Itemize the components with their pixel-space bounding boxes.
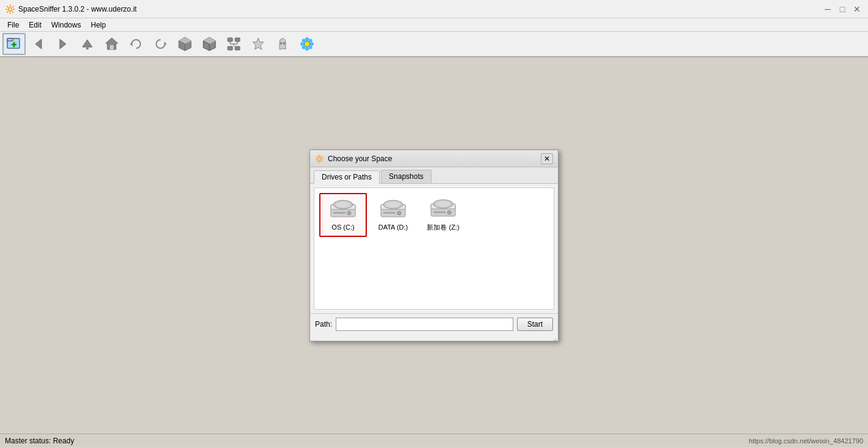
menu-windows[interactable]: Windows	[46, 20, 86, 31]
title-bar-left: 🔆 SpaceSniffer 1.3.0.2 - www.uderzo.it	[5, 4, 137, 14]
svg-point-39	[309, 46, 313, 49]
drive-item-d[interactable]: DATA (D:)	[369, 193, 417, 237]
dialog-close-button[interactable]: ✕	[541, 153, 553, 164]
status-right-text: https://blog.csdn.net/weixin_48421790	[749, 437, 863, 445]
svg-point-33	[305, 47, 309, 51]
svg-point-34	[300, 42, 304, 46]
drive-icon-d	[380, 199, 407, 221]
path-input[interactable]	[336, 318, 513, 331]
drive-label-d: DATA (D:)	[378, 223, 408, 231]
close-button[interactable]: ✕	[851, 3, 863, 15]
svg-point-29	[280, 42, 283, 45]
title-bar-controls: ─ □ ✕	[822, 3, 863, 15]
svg-marker-28	[253, 38, 264, 49]
svg-marker-5	[60, 39, 66, 49]
svg-rect-52	[383, 212, 396, 214]
svg-rect-9	[110, 45, 114, 49]
drive-item-c[interactable]: OS (C:)	[319, 193, 367, 237]
bookmark-button[interactable]	[247, 33, 270, 55]
drive-icon-c	[330, 199, 356, 221]
new-tab-button[interactable]	[2, 33, 26, 55]
minimize-button[interactable]: ─	[822, 3, 834, 15]
dialog-title-bar: 🔆 Choose your Space ✕	[310, 150, 558, 167]
svg-rect-46	[333, 212, 345, 214]
svg-point-51	[397, 211, 401, 215]
svg-rect-20	[228, 38, 233, 42]
up-button[interactable]	[76, 33, 99, 55]
menu-help[interactable]: Help	[86, 20, 111, 31]
svg-rect-7	[86, 46, 89, 49]
start-button[interactable]: Start	[517, 318, 553, 331]
svg-point-40	[305, 42, 309, 46]
svg-marker-11	[164, 42, 167, 46]
svg-rect-23	[235, 46, 240, 50]
drive-label-c: OS (C:)	[331, 223, 354, 231]
settings-button[interactable]	[295, 33, 319, 55]
refresh-button[interactable]	[125, 33, 148, 55]
path-label: Path:	[315, 320, 332, 329]
status-text: Master status: Ready	[5, 437, 74, 445]
drive-icon-z	[430, 198, 457, 220]
svg-rect-1	[7, 38, 13, 41]
menu-file[interactable]: File	[2, 20, 24, 31]
path-area: Path: Start	[310, 313, 558, 335]
maximize-button[interactable]: □	[836, 3, 848, 15]
filter1-button[interactable]	[173, 33, 197, 55]
dialog-overlay: 🔆 Choose your Space ✕ Drives or Paths Sn…	[0, 57, 868, 434]
menu-edit[interactable]: Edit	[24, 20, 46, 31]
forward-button[interactable]	[51, 33, 74, 55]
svg-rect-22	[228, 46, 233, 50]
svg-point-37	[309, 39, 313, 43]
drive-label-z: 新加卷 (Z:)	[427, 223, 459, 232]
svg-marker-4	[35, 39, 42, 49]
main-area: 🔆 Choose your Space ✕ Drives or Paths Sn…	[0, 57, 868, 434]
app-title: SpaceSniffer 1.3.0.2 - www.uderzo.it	[18, 5, 137, 13]
dialog-title: Choose your Space	[328, 154, 392, 163]
svg-rect-58	[433, 211, 446, 213]
dialog-title-left: 🔆 Choose your Space	[315, 154, 392, 163]
drive-item-z[interactable]: 新加卷 (Z:)	[419, 193, 467, 237]
drive-area: OS (C:) DATA (D:)	[314, 187, 554, 310]
svg-point-50	[386, 202, 400, 208]
back-button[interactable]	[27, 33, 50, 55]
rescan-button[interactable]	[149, 33, 172, 55]
tab-snapshots[interactable]: Snapshots	[381, 170, 432, 183]
dialog-tabs: Drives or Paths Snapshots	[310, 167, 558, 184]
svg-rect-21	[235, 38, 240, 42]
status-bar: Master status: Ready https://blog.csdn.n…	[0, 434, 868, 447]
svg-point-45	[347, 211, 351, 215]
svg-marker-10	[130, 42, 132, 46]
dialog-icon: 🔆	[315, 154, 324, 163]
network-button[interactable]	[222, 33, 245, 55]
svg-point-56	[436, 201, 450, 207]
svg-point-35	[310, 42, 314, 46]
filter2-button[interactable]	[198, 33, 221, 55]
ghost-button[interactable]	[271, 33, 294, 55]
tab-drives-or-paths[interactable]: Drives or Paths	[314, 170, 380, 184]
svg-point-57	[447, 211, 451, 214]
resize-handle[interactable]: ⌟	[310, 335, 558, 341]
app-icon: 🔆	[5, 4, 15, 14]
svg-point-32	[305, 37, 309, 41]
choose-space-dialog: 🔆 Choose your Space ✕ Drives or Paths Sn…	[309, 150, 559, 341]
svg-point-36	[302, 39, 306, 43]
svg-point-44	[336, 202, 350, 208]
title-bar: 🔆 SpaceSniffer 1.3.0.2 - www.uderzo.it ─…	[0, 0, 868, 18]
menu-bar: File Edit Windows Help	[0, 18, 868, 32]
svg-point-30	[283, 42, 286, 45]
toolbar	[0, 32, 868, 57]
home-button[interactable]	[100, 33, 123, 55]
svg-point-38	[302, 46, 306, 49]
